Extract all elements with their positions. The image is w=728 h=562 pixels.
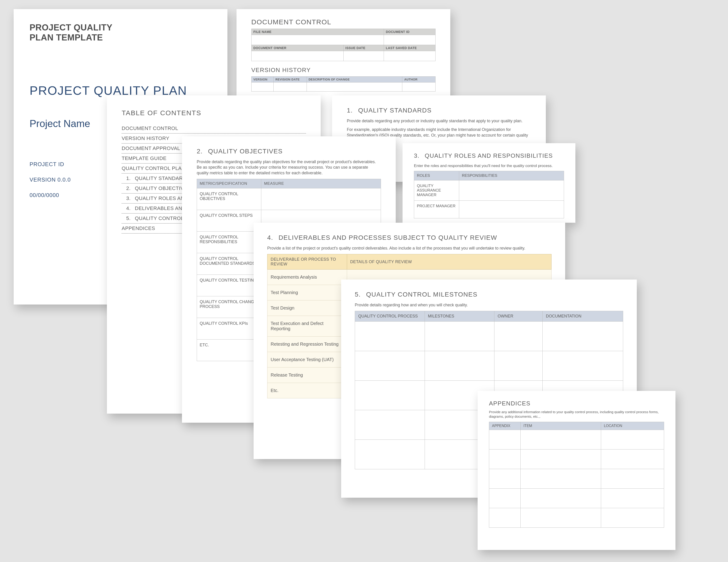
th-details: DETAILS OF QUALITY REVIEW [347,254,551,270]
version-history-table: VERSION REVISION DATE DESCRIPTION OF CHA… [251,76,436,92]
canvas: PROJECT QUALITY PLAN TEMPLATE PROJECT QU… [0,0,728,562]
roles-title-text: QUALITY ROLES AND RESPONSIBILITIES [425,152,553,159]
toc-item: DOCUMENT CONTROL [122,124,306,134]
objectives-title-text: QUALITY OBJECTIVES [208,148,283,155]
th-author: AUTHOR [402,77,436,83]
roles-title: 3. QUALITY ROLES AND RESPONSIBILITIES [414,152,564,159]
table-row: QUALITY CONTROL OBJECTIVES [197,188,381,210]
th-issue: ISSUE DATE [343,45,384,51]
appendices-title: APPENDICES [489,400,664,407]
table-row [355,351,623,381]
th-rev-date: REVISION DATE [274,77,307,83]
th-measure: MEASURE [261,179,381,188]
th-deliverable: DELIVERABLE OR PROCESS TO REVIEW [267,254,347,270]
th-location: LOCATION [601,422,664,430]
deliverables-description: Provide a list of the project or product… [267,246,552,251]
doc-control-table-1: FILE NAME DOCUMENT ID [251,29,436,45]
th-owner: DOCUMENT OWNER [252,45,344,51]
page-appendices: APPENDICES Provide any additional inform… [478,391,675,550]
doc-control-table-2: DOCUMENT OWNER ISSUE DATE LAST SAVED DAT… [251,45,436,61]
th-responsibilities: RESPONSIBILITIES [459,171,564,180]
objectives-description: Provide details regarding the quality pl… [197,159,381,176]
appendices-table: APPENDIX ITEM LOCATION [489,422,664,528]
milestones-title-number: 5. [355,291,361,298]
standards-p1: Provide details regarding any product or… [347,118,531,124]
th-owner: OWNER [494,311,543,321]
objectives-title: 2. QUALITY OBJECTIVES [197,148,381,155]
th-metric-spec: METRIC/SPECIFICATION [197,179,261,188]
deliverables-title-text: DELIVERABLES AND PROCESSES SUBJECT TO QU… [279,234,497,241]
table-row [489,430,664,449]
standards-title-text: QUALITY STANDARDS [358,107,432,114]
th-roles: ROLES [414,171,459,180]
objectives-title-number: 2. [197,148,203,155]
milestones-title-text: QUALITY CONTROL MILESTONES [366,291,478,298]
deliverables-title: 4. DELIVERABLES AND PROCESSES SUBJECT TO… [267,234,552,241]
template-title-line1: PROJECT QUALITY [30,23,212,33]
th-version: VERSION [252,77,274,83]
th-documentation: DOCUMENTATION [543,311,623,321]
standards-title-number: 1. [347,107,353,114]
th-doc-id: DOCUMENT ID [384,29,436,35]
roles-description: Enter the roles and responsibilities tha… [414,163,564,169]
table-row: PROJECT MANAGER [414,201,564,218]
th-file-name: FILE NAME [252,29,384,35]
doc-control-title: DOCUMENT CONTROL [251,18,436,26]
table-row [489,449,664,469]
page-quality-roles: 3. QUALITY ROLES AND RESPONSIBILITIES En… [403,143,575,223]
toc-title: TABLE OF CONTENTS [122,109,306,117]
th-saved: LAST SAVED DATE [384,45,436,51]
th-qc-process: QUALITY CONTROL PROCESS [355,311,425,321]
deliverables-title-number: 4. [267,234,273,241]
table-row: QUALITY ASSURANCE MANAGER [414,180,564,201]
table-row [355,321,623,351]
version-history-title: VERSION HISTORY [251,67,436,74]
standards-title: 1. QUALITY STANDARDS [347,107,531,114]
th-appendix: APPENDIX [489,422,521,430]
roles-title-number: 3. [414,152,420,159]
template-title-line2: PLAN TEMPLATE [30,33,212,43]
th-milestones: MILESTONES [425,311,494,321]
table-row [489,488,664,508]
table-row [489,469,664,488]
roles-table: ROLES RESPONSIBILITIES QUALITY ASSURANCE… [414,171,564,219]
th-change-desc: DESCRIPTION OF CHANGE [307,77,402,83]
template-title: PROJECT QUALITY PLAN TEMPLATE [30,23,212,43]
milestones-title: 5. QUALITY CONTROL MILESTONES [355,291,623,298]
th-item: ITEM [521,422,601,430]
milestones-description: Provide details regarding how and when y… [355,302,623,308]
table-row [489,508,664,527]
appendices-description: Provide any additional information relat… [489,410,664,419]
